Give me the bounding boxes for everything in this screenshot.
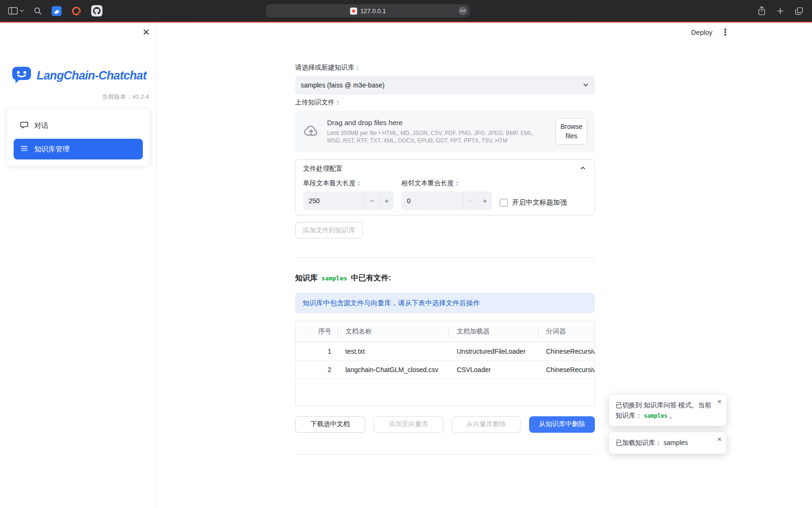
app-logo: LangChain-Chatchat [11, 65, 147, 86]
table-header-splitter[interactable]: 分词器 [539, 321, 594, 342]
browser-extension-blue-icon[interactable] [52, 6, 62, 16]
expander-header[interactable]: 文件处理配置 [296, 159, 594, 178]
sidebar: ✕ LangChain-Chatchat 当前版本：v0.2.4 对话 知识库管… [0, 23, 156, 508]
sidebar-close-icon[interactable]: ✕ [142, 28, 150, 37]
chunk-size-increment-button[interactable]: + [379, 191, 394, 210]
dropzone-title: Drag and drop files here [327, 119, 548, 127]
browser-extension-orange-icon[interactable] [71, 6, 81, 16]
toast-kb-loaded: 已加载知识库： samples ✕ [609, 432, 726, 454]
sidebar-item-knowledge-base[interactable]: 知识库管理 [14, 139, 143, 159]
sidebar-item-label: 对话 [34, 121, 48, 130]
table-header-name[interactable]: 文档名称 [338, 321, 449, 342]
add-files-to-kb-button[interactable]: 添加文件到知识库 [295, 222, 363, 238]
cell-name: test.txt [338, 348, 449, 355]
kb-selected-value: samples (faiss @ m3e-base) [301, 81, 384, 89]
cell-loader: CSVLoader [449, 366, 539, 373]
site-favicon [350, 8, 357, 15]
overlap-size-input[interactable]: 0 − + [401, 191, 492, 210]
existing-files-heading: 知识库 samples 中已有文件: [295, 273, 595, 283]
new-tab-icon[interactable] [776, 7, 784, 15]
toast-text: 。 [669, 412, 676, 419]
file-dropzone[interactable]: Drag and drop files here Limit 200MB per… [295, 111, 595, 152]
browse-files-button[interactable]: Browse files [555, 118, 587, 145]
expander-title: 文件处理配置 [303, 165, 343, 173]
main-menu-kebab-icon[interactable]: ⋮ [721, 28, 730, 37]
chunk-size-input[interactable]: 250 − + [303, 191, 394, 210]
address-bar[interactable]: 127.0.0.1 [266, 4, 470, 17]
table-action-buttons: 下载选中文档 添加至向量库 从向量库删除 从知识库中删除 [295, 416, 595, 433]
browser-toolbar: 127.0.0.1 [0, 0, 812, 22]
page-content: 请选择或新建知识库： samples (faiss @ m3e-base) 上传… [295, 23, 595, 455]
table-header-loader[interactable]: 文档加载器 [449, 321, 539, 342]
add-to-vector-store-button[interactable]: 添加至向量库 [374, 416, 444, 433]
chunk-size-label: 单段文本最大长度： [303, 179, 394, 188]
divider [295, 454, 595, 455]
cell-index: 1 [296, 348, 338, 355]
tab-overview-icon[interactable] [795, 7, 804, 16]
chevron-down-icon [582, 81, 590, 90]
chevron-down-icon [20, 9, 24, 12]
delete-from-kb-button[interactable]: 从知识库中删除 [529, 416, 595, 433]
toast-text: 已加载知识库： [616, 439, 662, 446]
sidebar-item-dialogue[interactable]: 对话 [14, 115, 143, 136]
chunk-size-decrement-button[interactable]: − [365, 191, 379, 210]
cell-splitter: ChineseRecursive [539, 348, 594, 355]
toast-close-icon[interactable]: ✕ [717, 399, 722, 405]
sidebar-menu: 对话 知识库管理 [7, 109, 149, 166]
kb-selectbox[interactable]: samples (faiss @ m3e-base) [295, 76, 595, 95]
url-text: 127.0.0.1 [360, 8, 386, 15]
info-banner: 知识库中包含源文件与向量库，请从下表中选择文件后操作 [295, 293, 595, 313]
zh-title-enhance-checkbox[interactable] [500, 198, 508, 207]
knowledge-base-icon [20, 144, 29, 154]
cell-loader: UnstructuredFileLoader [449, 348, 539, 355]
cell-index: 2 [296, 366, 338, 373]
file-config-expander: 文件处理配置 单段文本最大长度： 250 − + 相邻文本重合长度： [295, 159, 595, 215]
table-row[interactable]: 2 langchain-ChatGLM_closed.csv CSVLoader… [296, 361, 594, 379]
dropzone-hint: Limit 200MB per file • HTML, MD, JSON, C… [327, 129, 548, 144]
kb-name-code: samples [321, 275, 347, 282]
sidebar-item-label: 知识库管理 [34, 145, 70, 154]
toast-kb-code: samples [644, 413, 668, 419]
sidebar-toggle-button[interactable] [8, 7, 24, 15]
toast-kb-value: samples [664, 439, 688, 446]
toast-mode-switched: 已切换到 知识库问答 模式。当前知识库： samples 。 ✕ [609, 395, 726, 426]
table-header-row: 序号 文档名称 文档加载器 分词器 [296, 321, 594, 342]
zh-title-enhance-label: 开启中文标题加强 [512, 198, 567, 207]
heading-suffix: 中已有文件: [351, 273, 391, 283]
table-header-index[interactable]: 序号 [296, 321, 338, 342]
toast-close-icon[interactable]: ✕ [717, 437, 722, 442]
app-version: 当前版本：v0.2.4 [102, 93, 149, 101]
overlap-size-increment-button[interactable]: + [477, 191, 492, 210]
upload-label: 上传知识文件： [295, 98, 595, 107]
cloud-upload-icon [303, 123, 320, 140]
overlap-size-value[interactable]: 0 [401, 197, 463, 205]
chevron-up-icon [579, 164, 587, 174]
heading-prefix: 知识库 [295, 273, 318, 283]
kb-select-label: 请选择或新建知识库： [295, 64, 595, 72]
github-icon[interactable] [91, 5, 102, 16]
table-row[interactable]: 1 test.txt UnstructuredFileLoader Chines… [296, 342, 594, 361]
page-settings-icon[interactable] [459, 7, 467, 15]
app-title: LangChain-Chatchat [37, 69, 147, 82]
chunk-size-value[interactable]: 250 [303, 197, 365, 205]
toast-stack: 已切换到 知识库问答 模式。当前知识库： samples 。 ✕ 已加载知识库：… [609, 395, 726, 454]
divider [295, 257, 595, 258]
cell-name: langchain-ChatGLM_closed.csv [338, 366, 449, 373]
cell-splitter: ChineseRecursive [539, 366, 594, 373]
download-selected-button[interactable]: 下载选中文档 [295, 416, 365, 433]
share-icon[interactable] [757, 6, 766, 16]
overlap-size-decrement-button[interactable]: − [463, 191, 477, 210]
search-icon[interactable] [34, 7, 42, 15]
delete-from-vector-store-button[interactable]: 从向量库删除 [452, 416, 521, 433]
overlap-size-label: 相邻文本重合长度： [401, 179, 492, 188]
files-table: 序号 文档名称 文档加载器 分词器 1 test.txt Unstructure… [295, 321, 595, 406]
chat-bubble-icon [20, 120, 29, 131]
logo-chat-icon [11, 65, 32, 86]
deploy-button[interactable]: Deploy [691, 29, 712, 36]
